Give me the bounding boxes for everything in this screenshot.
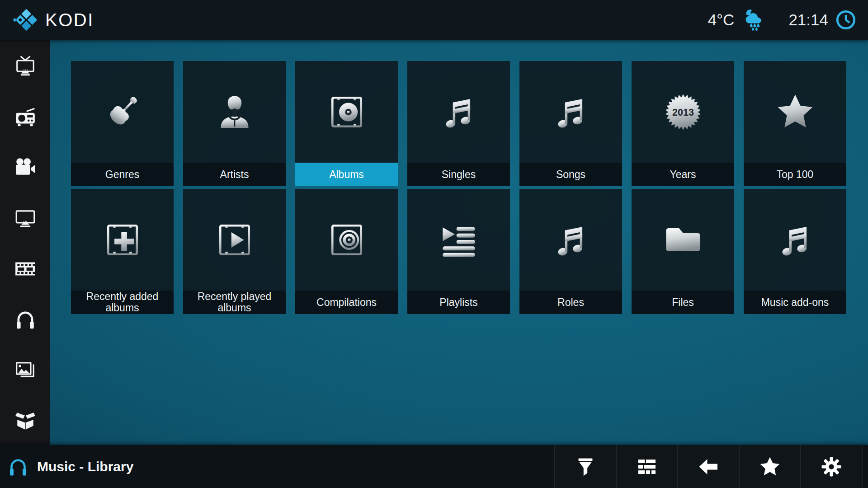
arrow-left-icon	[698, 456, 719, 478]
tile-label: Recently played albums	[183, 291, 286, 314]
tile-label: Top 100	[744, 163, 846, 186]
sidebar-item-tv-shows[interactable]	[14, 207, 37, 230]
tile-label: Recently added albums	[71, 291, 174, 314]
filter-button[interactable]	[554, 445, 616, 488]
gear-icon	[821, 456, 842, 478]
tile-files[interactable]: Files	[632, 189, 734, 314]
folder-icon	[632, 189, 734, 291]
tile-label: Singles	[407, 163, 510, 186]
tile-label: Songs	[519, 163, 622, 186]
sidebar-item-movies[interactable]	[14, 156, 37, 179]
album-icon	[295, 61, 398, 163]
sidebar	[0, 40, 50, 445]
clock-time-label: 21:14	[788, 11, 828, 29]
case-play-icon	[183, 189, 286, 291]
tile-recently-played-albums[interactable]: Recently played albums	[183, 189, 286, 314]
pictures-icon	[14, 359, 37, 381]
top-bar: KODI 4°C 21:14	[0, 0, 868, 40]
tile-roles[interactable]: Roles	[519, 189, 622, 314]
footer-actions	[554, 445, 863, 488]
tile-label: Files	[632, 291, 734, 314]
film-strip-icon	[14, 258, 37, 280]
tile-label: Artists	[183, 163, 286, 186]
monitor-icon	[14, 207, 37, 230]
note-icon	[519, 189, 622, 291]
weather-rain-icon	[741, 9, 768, 31]
view-options-button[interactable]	[616, 445, 677, 488]
tile-label: Compilations	[295, 291, 398, 314]
tile-top-100[interactable]: Top 100	[744, 61, 846, 186]
favorites-button[interactable]	[739, 445, 800, 488]
tile-label: Years	[632, 163, 734, 186]
tile-years[interactable]: 2013Years	[632, 61, 734, 186]
guitar-icon	[71, 61, 174, 163]
tile-compilations[interactable]: Compilations	[295, 189, 398, 314]
tile-singles[interactable]: Singles	[407, 61, 510, 186]
clock-icon	[835, 9, 856, 30]
status-area: 4°C 21:14	[708, 9, 856, 31]
sidebar-item-add-ons[interactable]	[14, 409, 37, 432]
sidebar-item-radio[interactable]	[14, 106, 37, 128]
tile-songs[interactable]: Songs	[519, 61, 622, 186]
view-list-icon	[636, 456, 658, 478]
sidebar-item-videos[interactable]	[14, 258, 37, 280]
star-icon	[744, 61, 846, 163]
sidebar-item-live-tv[interactable]	[14, 55, 37, 78]
tile-label: Albums	[295, 163, 398, 186]
movie-camera-icon	[14, 156, 37, 179]
brand: KODI	[12, 9, 94, 31]
kodi-screen: KODI 4°C 21:14 GenresArtistsAlbumsSingle…	[0, 0, 868, 488]
playlists-icon	[407, 189, 510, 291]
artist-icon	[183, 61, 286, 163]
tile-label: Music add-ons	[744, 291, 846, 314]
note-icon	[519, 61, 622, 163]
tile-music-add-ons[interactable]: Music add-ons	[744, 189, 846, 314]
temperature-label: 4°C	[708, 11, 735, 29]
radio-icon	[14, 106, 37, 128]
page-title: Music - Library	[37, 459, 133, 474]
tile-label: Roles	[519, 291, 622, 314]
svg-text:2013: 2013	[672, 107, 694, 118]
tile-artists[interactable]: Artists	[183, 61, 286, 186]
kodi-logo-icon	[12, 9, 38, 31]
content-grid: GenresArtistsAlbumsSinglesSongs2013Years…	[71, 61, 846, 314]
tv-icon	[14, 55, 37, 78]
settings-button[interactable]	[800, 445, 863, 488]
sidebar-item-pictures[interactable]	[14, 359, 37, 381]
tile-albums[interactable]: Albums	[295, 61, 398, 186]
back-button[interactable]	[677, 445, 739, 488]
sidebar-item-music[interactable]	[14, 308, 37, 331]
note-icon	[407, 61, 510, 163]
app-name: KODI	[45, 10, 94, 30]
tile-playlists[interactable]: Playlists	[407, 189, 510, 314]
addon-box-icon	[14, 409, 37, 432]
years-icon: 2013	[632, 61, 734, 163]
star-icon	[759, 456, 781, 478]
headphones-icon	[7, 456, 29, 478]
compilation-icon	[295, 189, 398, 291]
note-icon	[744, 189, 846, 291]
tile-label: Genres	[71, 163, 174, 186]
bottom-bar: Music - Library	[0, 445, 868, 488]
funnel-icon	[575, 456, 596, 478]
case-plus-icon	[71, 189, 174, 291]
tile-label: Playlists	[407, 291, 510, 314]
headphones-icon	[14, 308, 37, 331]
tile-genres[interactable]: Genres	[71, 61, 174, 186]
tile-recently-added-albums[interactable]: Recently added albums	[71, 189, 174, 314]
